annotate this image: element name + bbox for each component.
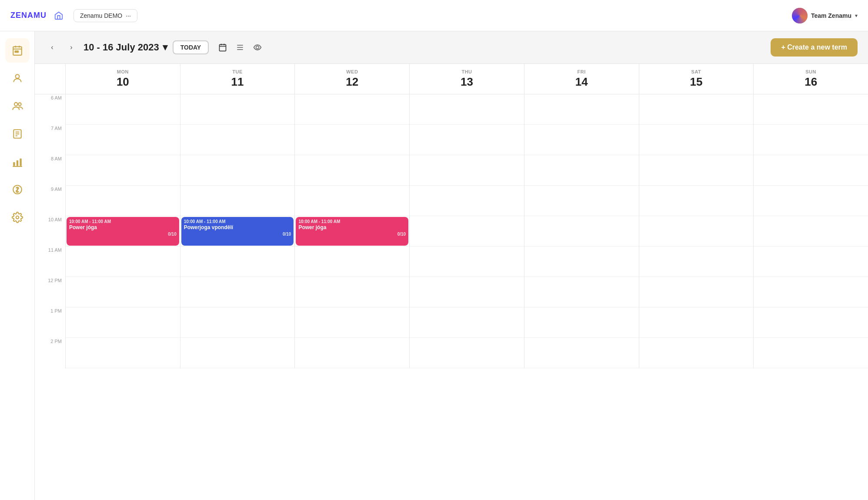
svg-rect-14 — [16, 160, 18, 166]
sidebar-item-settings[interactable] — [5, 205, 30, 230]
svg-point-18 — [16, 216, 19, 219]
day-col-wed: 10:00 AM - 11:00 AM Power jóga 0/10 — [294, 94, 409, 368]
time-7am: 7 AM — [35, 125, 65, 155]
content-area: ‹ › 10 - 16 July 2023 ▾ TODAY — [35, 31, 868, 500]
header-gutter — [35, 64, 65, 94]
svg-point-26 — [256, 46, 259, 49]
user-name: Team Zenamu — [811, 12, 851, 19]
day-col-sat — [639, 94, 754, 368]
svg-rect-13 — [13, 162, 15, 166]
calendar-view-button[interactable] — [216, 40, 230, 54]
sidebar-item-calendar[interactable] — [5, 38, 30, 63]
date-range-label: 10 - 16 July 2023 — [83, 42, 159, 53]
project-more-icon: ··· — [126, 12, 131, 19]
svg-point-6 — [15, 74, 19, 78]
project-selector[interactable]: Zenamu DEMO ··· — [73, 9, 137, 22]
svg-point-7 — [14, 103, 17, 106]
time-11am: 11 AM — [35, 247, 65, 277]
calendar-header: MON 10 TUE 11 WED 12 THU 13 FRI 14 — [35, 64, 868, 94]
next-week-button[interactable]: › — [64, 40, 78, 54]
top-nav: ZENAMU Zenamu DEMO ··· Team Zenamu ▾ — [0, 0, 868, 31]
svg-point-8 — [18, 103, 21, 106]
day-col-sun — [753, 94, 868, 368]
time-1pm: 1 PM — [35, 307, 65, 338]
day-col-thu — [409, 94, 524, 368]
time-2pm: 2 PM — [35, 338, 65, 368]
project-name: Zenamu DEMO — [80, 12, 122, 19]
day-header-tue: TUE 11 — [180, 64, 295, 94]
time-9am: 9 AM — [35, 186, 65, 216]
calendar-body: 6 AM 7 AM 8 AM 9 AM 10 AM 11 AM 12 PM 1 … — [35, 94, 868, 368]
day-col-mon: 10:00 AM - 11:00 AM Power jóga 0/10 — [65, 94, 180, 368]
sidebar-item-members[interactable] — [5, 94, 30, 118]
svg-rect-15 — [20, 158, 21, 166]
logo-area: ZENAMU — [10, 8, 67, 23]
day-header-sat: SAT 15 — [639, 64, 754, 94]
create-term-button[interactable]: + Create a new term — [771, 38, 858, 57]
sidebar-item-notes[interactable] — [5, 122, 30, 146]
day-header-wed: WED 12 — [294, 64, 409, 94]
svg-rect-5 — [17, 51, 18, 52]
day-col-fri — [524, 94, 639, 368]
list-view-button[interactable] — [233, 40, 247, 54]
avatar — [792, 8, 808, 23]
date-range-button[interactable]: 10 - 16 July 2023 ▾ — [83, 42, 167, 53]
time-10am: 10 AM — [35, 216, 65, 247]
sidebar-item-finance[interactable] — [5, 177, 30, 202]
main-layout: ‹ › 10 - 16 July 2023 ▾ TODAY — [0, 31, 868, 500]
day-header-fri: FRI 14 — [524, 64, 639, 94]
sidebar — [0, 31, 35, 500]
time-6am: 6 AM — [35, 94, 65, 125]
svg-rect-4 — [15, 51, 16, 52]
time-8am: 8 AM — [35, 155, 65, 186]
event-power-joga-wed[interactable]: 10:00 AM - 11:00 AM Power jóga 0/10 — [296, 217, 408, 246]
sidebar-item-clients[interactable] — [5, 66, 30, 90]
today-button[interactable]: TODAY — [173, 40, 209, 54]
svg-rect-19 — [220, 44, 226, 51]
prev-week-button[interactable]: ‹ — [45, 40, 59, 54]
event-powerjoga-tue[interactable]: 10:00 AM - 11:00 AM Powerjoga vpondělí 0… — [181, 217, 294, 246]
sidebar-item-analytics[interactable] — [5, 150, 30, 174]
preview-view-button[interactable] — [250, 40, 264, 54]
logo-text: ZENAMU — [10, 11, 47, 20]
day-col-tue: 10:00 AM - 11:00 AM Powerjoga vpondělí 0… — [180, 94, 295, 368]
calendar-toolbar: ‹ › 10 - 16 July 2023 ▾ TODAY — [35, 31, 868, 64]
day-header-sun: SUN 16 — [753, 64, 868, 94]
day-header-thu: THU 13 — [409, 64, 524, 94]
date-range-chevron-icon: ▾ — [163, 42, 167, 53]
calendar-grid: MON 10 TUE 11 WED 12 THU 13 FRI 14 — [35, 64, 868, 500]
user-chevron-icon: ▾ — [855, 13, 858, 19]
time-gutter: 6 AM 7 AM 8 AM 9 AM 10 AM 11 AM 12 PM 1 … — [35, 94, 65, 368]
time-12pm: 12 PM — [35, 277, 65, 307]
view-toggle — [216, 40, 264, 54]
event-power-joga-mon[interactable]: 10:00 AM - 11:00 AM Power jóga 0/10 — [67, 217, 179, 246]
user-menu[interactable]: Team Zenamu ▾ — [792, 8, 858, 23]
day-header-mon: MON 10 — [65, 64, 180, 94]
home-button[interactable] — [51, 8, 67, 23]
